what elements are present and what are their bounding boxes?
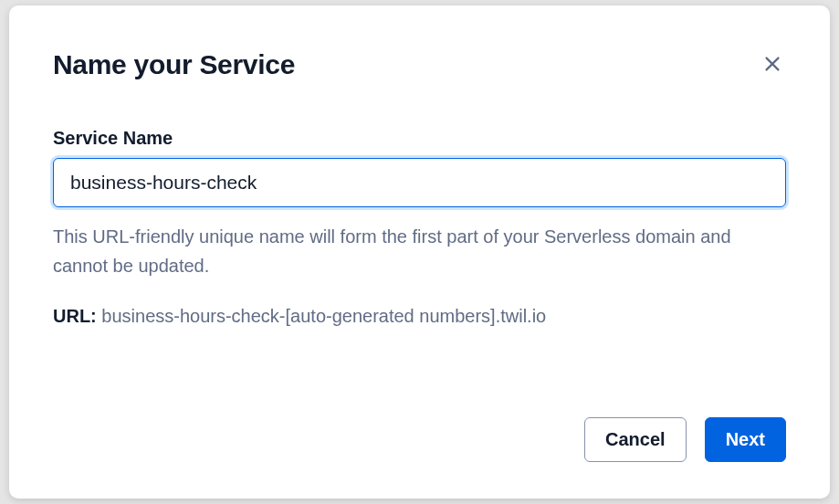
close-button[interactable] (759, 50, 786, 80)
service-name-label: Service Name (53, 128, 786, 149)
modal-footer: Cancel Next (53, 417, 786, 462)
url-preview: URL: business-hours-check-[auto-generate… (53, 302, 786, 330)
next-button[interactable]: Next (705, 417, 786, 462)
url-value: business-hours-check-[auto-generated num… (101, 306, 546, 326)
cancel-button[interactable]: Cancel (584, 417, 687, 462)
url-label: URL: (53, 306, 97, 326)
help-text: This URL-friendly unique name will form … (53, 222, 786, 280)
service-name-input[interactable] (53, 158, 786, 207)
modal-header: Name your Service (53, 49, 786, 80)
name-service-modal: Name your Service Service Name This URL-… (9, 5, 830, 499)
close-icon (762, 54, 782, 77)
modal-title: Name your Service (53, 49, 295, 80)
